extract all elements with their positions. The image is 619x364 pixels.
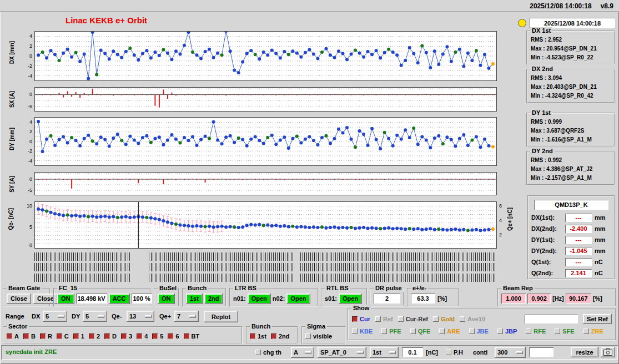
busel-on-button[interactable]: ON bbox=[158, 294, 175, 304]
resize-button[interactable]: resize bbox=[571, 347, 598, 357]
ratio-field[interactable]: 63.3 bbox=[411, 294, 435, 304]
ref-name-input[interactable] bbox=[525, 315, 578, 323]
show-jbp-checkbox[interactable]: JBP bbox=[497, 328, 517, 335]
monitor-row-unit: nC bbox=[595, 259, 603, 265]
interval-select[interactable]: 300 bbox=[495, 347, 526, 358]
sector-c-checkbox[interactable]: C bbox=[57, 333, 69, 340]
sector-b-label: B bbox=[31, 333, 36, 340]
sector-d-checkbox[interactable]: D bbox=[104, 333, 117, 340]
monitor-row-unit: mm bbox=[595, 214, 606, 221]
snapshot-button[interactable] bbox=[601, 347, 615, 357]
max-value: Max : 20.403@SP_DN_21 bbox=[531, 83, 614, 92]
sector-select-value: A bbox=[294, 349, 298, 356]
bunch-2nd-checkbox[interactable]: 2nd bbox=[271, 333, 290, 340]
replot-button[interactable]: Replot bbox=[204, 311, 238, 322]
sector-4-checkbox[interactable]: 4 bbox=[137, 333, 148, 340]
checkbox-indicator bbox=[433, 316, 439, 322]
fc15-group: FC_15 ON 18.498 kV ACC 100 % bbox=[53, 288, 151, 307]
optionmenu-indicator-icon bbox=[189, 315, 196, 318]
range-qe-plus-select[interactable]: 7 bbox=[174, 311, 199, 322]
sector-select[interactable]: A bbox=[291, 347, 314, 358]
show-cur-checkbox[interactable]: Cur bbox=[352, 316, 370, 322]
fc15-percent-field[interactable]: 100 % bbox=[132, 294, 152, 304]
show-pfe-checkbox[interactable]: PFE bbox=[381, 328, 401, 335]
fc15-on-button[interactable]: ON bbox=[57, 294, 74, 304]
dy-2nd-stats-group: DY 2nd RMS : 0.992 Max : 4.386@SP_AT_J2 … bbox=[526, 151, 615, 185]
optionmenu-indicator-icon bbox=[98, 315, 104, 318]
sector-4-label: 4 bbox=[144, 333, 148, 340]
sigma-visible-checkbox[interactable]: visible bbox=[305, 333, 332, 340]
chg-th-checkbox[interactable]: chg th bbox=[255, 349, 281, 356]
bunch-title: Bunch bbox=[186, 285, 208, 292]
show-sfe-checkbox[interactable]: SFE bbox=[555, 328, 574, 335]
sector-r-checkbox[interactable]: R bbox=[40, 333, 52, 340]
rtl-s01-open-button[interactable]: Open bbox=[339, 294, 362, 304]
show-ave10-checkbox[interactable]: Ave10 bbox=[460, 316, 485, 322]
bunch-1st-button[interactable]: 1st bbox=[186, 294, 203, 304]
fc15-voltage-field[interactable]: 18.498 kV bbox=[76, 294, 107, 304]
rms-value: RMS : 2.952 bbox=[531, 36, 614, 44]
sector-2-checkbox[interactable]: 2 bbox=[89, 333, 100, 340]
beam-rep-value-3: 90.167 bbox=[566, 294, 591, 304]
sector-1-checkbox[interactable]: 1 bbox=[73, 333, 84, 340]
range-dy-select[interactable]: 5 bbox=[83, 311, 107, 322]
sector-bt-checkbox[interactable]: BT bbox=[184, 333, 200, 340]
sector-a-checkbox[interactable]: A bbox=[7, 333, 19, 340]
dx-plot-canvas bbox=[35, 32, 496, 80]
sector-5-checkbox[interactable]: 5 bbox=[152, 333, 163, 340]
set-ref-button[interactable]: Set Ref bbox=[583, 314, 612, 324]
ratio-group: e+/e- 63.3 [%] bbox=[407, 288, 459, 307]
bunch-2nd-label: 2nd bbox=[279, 333, 290, 340]
show-rfe-checkbox[interactable]: RFE bbox=[526, 328, 546, 335]
show-ref-checkbox[interactable]: Ref bbox=[375, 316, 393, 322]
threshold-input[interactable]: 0.1 bbox=[402, 347, 423, 357]
max-value: Max : 20.954@SP_DN_21 bbox=[531, 44, 614, 53]
show-zre-checkbox[interactable]: ZRE bbox=[583, 328, 603, 335]
monitor-row: DX(1st): --- mm bbox=[529, 212, 614, 223]
show-are-checkbox[interactable]: ARE bbox=[439, 328, 460, 335]
checkbox-indicator bbox=[250, 333, 255, 339]
bunch-select[interactable]: 1st bbox=[370, 347, 399, 358]
titlebar: 2025/12/08 14:00:18 v8.9 bbox=[0, 0, 619, 12]
sector-3-checkbox[interactable]: 3 bbox=[121, 333, 132, 340]
checkbox-indicator bbox=[168, 333, 173, 339]
y-tick: 6 bbox=[499, 203, 502, 209]
monitor-name-select[interactable]: QMD13P_K bbox=[534, 200, 608, 210]
q-plot-canvas bbox=[35, 202, 496, 248]
y-tick: -5 bbox=[28, 104, 32, 109]
titlebar-version: v8.9 bbox=[601, 2, 613, 10]
bpm-select[interactable]: SP_AT_0 bbox=[318, 347, 366, 358]
extra-input[interactable] bbox=[529, 347, 553, 357]
beam-gate-group: Beam Gate Close Close bbox=[3, 288, 51, 307]
optionmenu-indicator-icon bbox=[305, 351, 311, 354]
ltr-n01-open-button[interactable]: Open bbox=[248, 294, 271, 304]
dy-axis-ticks: 4 2 0 -2 -4 bbox=[21, 117, 32, 166]
y-tick: 5 bbox=[29, 224, 32, 230]
ltr-bs-title: LTR BS bbox=[233, 285, 258, 292]
fc15-acc-button[interactable]: ACC bbox=[109, 294, 130, 304]
beam-gate-close-1-button[interactable]: Close bbox=[7, 294, 31, 304]
show-gold-checkbox[interactable]: Gold bbox=[433, 316, 455, 322]
dr-pulse-group: DR pulse 2 bbox=[370, 288, 404, 307]
show-jbe-checkbox[interactable]: JBE bbox=[469, 328, 489, 335]
dy-plot bbox=[34, 117, 497, 166]
sector-b-checkbox[interactable]: B bbox=[23, 333, 36, 340]
ltr-n02-open-button[interactable]: Open bbox=[286, 294, 310, 304]
show-kbe-checkbox[interactable]: KBE bbox=[352, 328, 373, 335]
camera-icon bbox=[603, 348, 612, 356]
dx-2nd-stats-group: DX 2nd RMS : 3.094 Max : 20.403@SP_DN_21… bbox=[526, 69, 615, 103]
range-dy-value: 5 bbox=[85, 313, 89, 320]
ph-checkbox[interactable]: P.H bbox=[446, 349, 463, 356]
show-qfe-checkbox[interactable]: QFE bbox=[410, 328, 431, 335]
sector-6-checkbox[interactable]: 6 bbox=[168, 333, 179, 340]
dr-pulse-field[interactable]: 2 bbox=[374, 294, 400, 304]
range-dx-select[interactable]: 5 bbox=[43, 311, 67, 322]
monitor-row-label: DX(2nd): bbox=[531, 225, 562, 232]
range-qe-minus-select[interactable]: 13 bbox=[127, 311, 154, 322]
bunch-2nd-button[interactable]: 2nd bbox=[204, 294, 223, 304]
sy-plot bbox=[34, 172, 497, 195]
dy-2nd-stats-title: DY 2nd bbox=[530, 148, 555, 155]
bunch-1st-checkbox[interactable]: 1st bbox=[250, 333, 266, 340]
status-lamp bbox=[518, 19, 526, 27]
show-cur-ref-checkbox[interactable]: Cur-Ref bbox=[398, 316, 428, 322]
